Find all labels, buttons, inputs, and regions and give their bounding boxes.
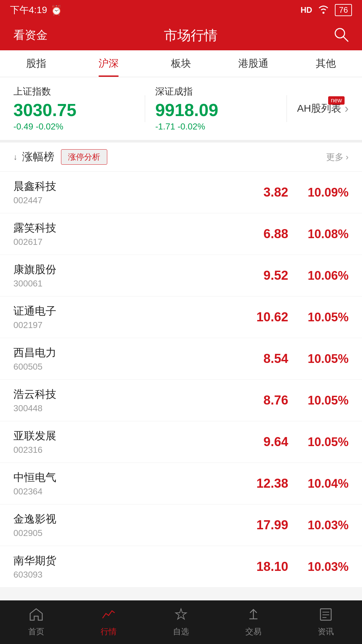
- stock-info: 中恒电气 002364: [13, 470, 215, 497]
- stock-price: 9.52: [215, 268, 288, 283]
- nav-news[interactable]: 资讯: [290, 607, 362, 637]
- stock-row[interactable]: 晨鑫科技 002447 3.82 10.09%: [0, 172, 362, 213]
- stock-info: 西昌电力 600505: [13, 345, 215, 372]
- new-badge: new: [328, 96, 345, 105]
- nav-trade[interactable]: 交易: [217, 607, 290, 637]
- nav-home-label: 首页: [28, 626, 44, 637]
- stock-code: 002316: [13, 445, 215, 455]
- status-time: 下午4:19: [10, 4, 47, 16]
- index-row: 上证指数 3030.75 -0.49 -0.02% 深证成指 9918.09 -…: [0, 77, 362, 143]
- stock-row[interactable]: 证通电子 002197 10.62 10.05%: [0, 297, 362, 338]
- stock-info: 金逸影视 002905: [13, 512, 215, 538]
- shanghai-value: 3030.75: [13, 100, 135, 120]
- stock-info: 浩云科技 300448: [13, 387, 215, 414]
- stock-name: 康旗股份: [13, 262, 215, 277]
- svg-line-1: [343, 37, 348, 41]
- nav-market-label: 行情: [101, 626, 117, 637]
- stock-price: 12.38: [215, 476, 288, 491]
- stock-info: 晨鑫科技 002447: [13, 179, 215, 206]
- stock-price: 8.54: [215, 352, 288, 366]
- tab-ganggu[interactable]: 港股通: [217, 50, 290, 77]
- stock-info: 康旗股份 300061: [13, 262, 215, 289]
- more-link[interactable]: 更多 ›: [326, 151, 349, 163]
- stock-code: 300061: [13, 278, 215, 289]
- status-right: HD 76: [301, 4, 352, 16]
- stock-row[interactable]: 康旗股份 300061 9.52 10.06%: [0, 255, 362, 297]
- tab-bankuai[interactable]: 板块: [145, 50, 217, 77]
- market-icon: [101, 607, 116, 624]
- stock-price: 6.88: [215, 227, 288, 241]
- section-title-area: ↓ 涨幅榜: [13, 150, 54, 164]
- page-title: 市场行情: [164, 26, 218, 45]
- alarm-icon: ⏰: [51, 5, 62, 16]
- nav-trade-label: 交易: [245, 626, 261, 637]
- stock-change: 10.08%: [288, 227, 349, 241]
- stock-change: 10.06%: [288, 269, 349, 283]
- stock-row[interactable]: 金逸影视 002905 17.99 10.03%: [0, 504, 362, 546]
- stock-name: 金逸影视: [13, 512, 215, 527]
- section-header: ↓ 涨幅榜 涨停分析 更多 ›: [0, 143, 362, 172]
- stock-name: 露笑科技: [13, 221, 215, 235]
- stock-price: 18.10: [215, 559, 288, 574]
- shenzhen-index[interactable]: 深证成指 9918.09 -1.71 -0.02%: [155, 85, 277, 132]
- tab-guzhi[interactable]: 股指: [0, 50, 72, 77]
- stock-code: 002197: [13, 320, 215, 330]
- index-divider-2: [287, 95, 287, 122]
- stock-row[interactable]: 露笑科技 002617 6.88 10.08%: [0, 213, 362, 255]
- nav-home[interactable]: 首页: [0, 607, 72, 637]
- shanghai-index[interactable]: 上证指数 3030.75 -0.49 -0.02%: [13, 85, 135, 132]
- status-bar: 下午4:19 ⏰ HD 76: [0, 0, 362, 20]
- stock-price: 17.99: [215, 518, 288, 532]
- stock-change: 10.05%: [288, 435, 349, 449]
- stock-name: 西昌电力: [13, 345, 215, 360]
- signal-icon: HD: [301, 5, 312, 15]
- stock-code: 002447: [13, 195, 215, 206]
- stock-row[interactable]: 亚联发展 002316 9.64 10.05%: [0, 421, 362, 463]
- shenzhen-label: 深证成指: [155, 85, 277, 98]
- stock-list: 晨鑫科技 002447 3.82 10.09% 露笑科技 002617 6.88…: [0, 172, 362, 588]
- sort-icon: ↓: [13, 152, 17, 162]
- nav-news-label: 资讯: [318, 626, 334, 637]
- stock-change: 10.03%: [288, 560, 349, 574]
- funds-button[interactable]: 看资金: [13, 28, 48, 43]
- star-icon: [174, 607, 188, 624]
- search-button[interactable]: [334, 27, 349, 43]
- stock-row[interactable]: 南华期货 603093 18.10 10.03%: [0, 546, 362, 588]
- ah-list-label: AH股列表 new: [297, 102, 341, 115]
- stock-info: 露笑科技 002617: [13, 221, 215, 247]
- nav-watchlist[interactable]: 自选: [145, 607, 217, 637]
- stock-price: 3.82: [215, 185, 288, 200]
- stock-code: 002617: [13, 237, 215, 247]
- trade-icon: [246, 607, 261, 624]
- stock-change: 10.05%: [288, 310, 349, 324]
- app-header: 看资金 市场行情: [0, 20, 362, 50]
- stock-code: 300448: [13, 403, 215, 414]
- stock-info: 南华期货 603093: [13, 553, 215, 580]
- stock-price: 8.76: [215, 393, 288, 408]
- stock-name: 晨鑫科技: [13, 179, 215, 194]
- section-title: 涨幅榜: [22, 150, 54, 164]
- stock-change: 10.09%: [288, 185, 349, 200]
- shenzhen-value: 9918.09: [155, 100, 277, 120]
- tab-qita[interactable]: 其他: [290, 50, 362, 77]
- chevron-more-icon: ›: [346, 152, 349, 162]
- stock-code: 603093: [13, 570, 215, 580]
- nav-market[interactable]: 行情: [72, 607, 145, 637]
- chevron-right-icon: ›: [345, 102, 349, 116]
- stock-change: 10.05%: [288, 393, 349, 408]
- stock-info: 证通电子 002197: [13, 304, 215, 330]
- shanghai-label: 上证指数: [13, 85, 135, 98]
- shanghai-change: -0.49 -0.02%: [13, 121, 135, 132]
- analysis-button[interactable]: 涨停分析: [61, 149, 107, 165]
- stock-change: 10.03%: [288, 518, 349, 532]
- stock-row[interactable]: 浩云科技 300448 8.76 10.05%: [0, 380, 362, 421]
- stock-change: 10.04%: [288, 477, 349, 491]
- stock-change: 10.05%: [288, 352, 349, 366]
- stock-price: 10.62: [215, 310, 288, 324]
- stock-row[interactable]: 中恒电气 002364 12.38 10.04%: [0, 463, 362, 504]
- stock-name: 中恒电气: [13, 470, 215, 485]
- ah-list-button[interactable]: AH股列表 new ›: [297, 102, 349, 116]
- tab-hushen[interactable]: 沪深: [72, 50, 145, 77]
- stock-code: 002364: [13, 486, 215, 497]
- stock-row[interactable]: 西昌电力 600505 8.54 10.05%: [0, 338, 362, 380]
